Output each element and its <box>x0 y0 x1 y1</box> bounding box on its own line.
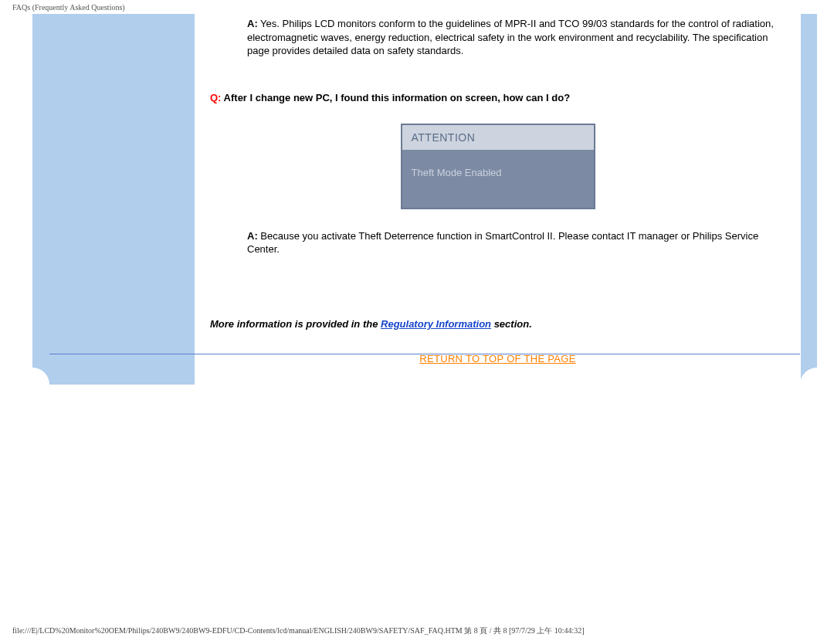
more-info-pre: More information is provided in the <box>210 318 381 330</box>
page-title: FAQs (Frequently Asked Questions) <box>0 0 834 13</box>
qa-block-2: Q: After I change new PC, I found this i… <box>210 75 785 256</box>
question-text-body: After I change new PC, I found this info… <box>221 92 570 103</box>
footer-file-path: file:///E|/LCD%20Monitor%20OEM/Philips/2… <box>12 625 585 636</box>
answer-1: A: Yes. Philips LCD monitors conform to … <box>210 17 785 58</box>
more-info-post: section. <box>491 318 532 330</box>
answer-label: A: <box>247 230 258 242</box>
regulatory-info-link[interactable]: Regulatory Information <box>381 318 491 330</box>
answer-2: A: Because you activate Theft Deterrence… <box>210 229 785 256</box>
attention-dialog: ATTENTION Theft Mode Enabled <box>401 124 595 209</box>
qa-block-1: A: Yes. Philips LCD monitors conform to … <box>210 17 785 58</box>
question-2: Q: After I change new PC, I found this i… <box>210 75 785 103</box>
answer-text-body: Because you activate Theft Deterrence fu… <box>247 230 758 256</box>
answer-text-body: Yes. Philips LCD monitors conform to the… <box>247 18 774 56</box>
dialog-header: ATTENTION <box>402 125 594 150</box>
separator-line <box>49 354 800 354</box>
answer-label: A: <box>247 18 258 29</box>
dialog-body: Theft Mode Enabled <box>402 150 594 208</box>
content-pane: A: Yes. Philips LCD monitors conform to … <box>195 14 801 386</box>
more-info-note: More information is provided in the Regu… <box>210 273 785 330</box>
question-label: Q: <box>210 92 221 103</box>
